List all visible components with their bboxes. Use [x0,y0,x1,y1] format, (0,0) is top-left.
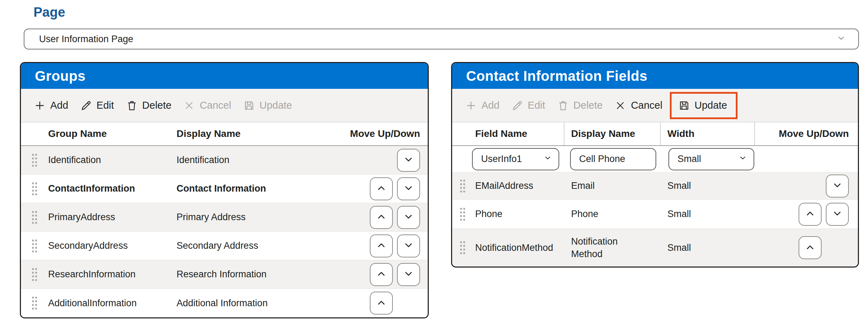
column-header-width: Width [661,122,755,145]
chevron-down-icon [832,208,843,220]
table-row[interactable]: Phone Phone Small [452,200,858,229]
move-down-button[interactable] [826,203,849,226]
column-header-group-name: Group Name [48,122,177,145]
drag-handle-icon[interactable] [31,296,38,310]
drag-handle-icon[interactable] [31,182,38,196]
delete-button[interactable]: Delete [120,94,178,117]
move-up-button[interactable] [370,234,393,257]
width-cell: Small [661,242,755,253]
chevron-down-icon [403,240,414,252]
move-up-button[interactable] [370,263,393,286]
x-icon [614,100,626,111]
move-up-button[interactable] [370,292,393,315]
update-button[interactable]: Update [237,94,298,117]
delete-button[interactable]: Delete [551,94,609,117]
plus-icon [34,100,46,111]
group-name-cell: SecondaryAddress [48,240,177,251]
display-name-cell: Additional Information [177,298,337,309]
page-dropdown[interactable]: User Information Page [24,29,859,49]
table-row[interactable]: EMailAddress Email Small [452,172,858,200]
drag-handle-icon[interactable] [31,239,38,253]
move-up-button[interactable] [370,206,393,229]
chevron-down-icon [403,211,414,223]
width-cell: Small [661,180,755,191]
move-down-button[interactable] [826,175,849,198]
move-up-button[interactable] [799,203,822,226]
drag-handle-icon[interactable] [459,207,466,222]
page-dropdown-value: User Information Page [39,34,133,45]
display-name-cell: Primary Address [177,212,337,223]
drag-handle-icon[interactable] [459,179,466,193]
display-name-input[interactable] [570,148,656,170]
chevron-down-icon [832,180,843,192]
field-name-cell: NotificationMethod [473,242,564,253]
move-up-button[interactable] [370,177,393,200]
width-cell: Small [661,209,755,219]
table-row[interactable]: AdditionalInformation Additional Informa… [21,289,428,317]
table-row[interactable]: ResearchInformation Research Information [21,260,428,289]
move-down-button[interactable] [397,263,420,286]
chevron-up-icon [376,240,387,252]
chevron-up-icon [376,268,387,280]
edit-button[interactable]: Edit [506,94,551,117]
display-name-cell: Phone [564,208,661,220]
column-header-display-name: Display Name [177,122,337,145]
display-name-cell: Research Information [177,269,337,280]
save-icon [243,100,255,111]
display-name-cell: Notification Method [564,235,661,261]
chevron-down-icon [543,153,552,165]
width-select[interactable]: Small [668,148,754,170]
chevron-down-icon [403,154,414,166]
chevron-up-icon [805,208,816,220]
page-title: Page [33,5,65,20]
chevron-up-icon [376,297,387,309]
pencil-icon [80,100,92,111]
update-highlight-box: Update [670,92,738,119]
cancel-button[interactable]: Cancel [177,94,237,117]
table-row[interactable]: SecondaryAddress Secondary Address [21,232,428,260]
move-down-button[interactable] [397,177,420,200]
group-name-cell: PrimaryAddress [48,212,177,223]
fields-table-header: Field Name Display Name Width Move Up/Do… [452,122,858,146]
groups-panel: Groups Add Edit Delete Cancel Update [20,62,429,318]
move-up-button[interactable] [799,236,822,259]
drag-handle-icon[interactable] [459,240,466,255]
chevron-up-icon [376,183,387,195]
table-row[interactable]: NotificationMethod Notification Method S… [452,229,858,267]
move-down-button[interactable] [397,149,420,172]
chevron-down-icon [403,268,414,280]
table-row[interactable]: Identification Identification [21,146,428,175]
add-button[interactable]: Add [28,94,74,117]
trash-icon [557,100,569,111]
x-icon [183,100,195,111]
chevron-down-icon [738,153,747,165]
move-down-button[interactable] [397,234,420,257]
contact-information-fields-panel: Contact Information Fields Add Edit Dele… [451,62,859,268]
drag-handle-icon[interactable] [31,210,38,225]
drag-handle-icon[interactable] [31,153,38,168]
field-name-select[interactable]: UserInfo1 [472,148,559,170]
save-icon [678,100,690,111]
group-name-cell: Identification [48,155,177,165]
table-row[interactable]: PrimaryAddress Primary Address [21,203,428,232]
display-name-cell: Identification [177,155,337,165]
add-button[interactable]: Add [459,94,506,117]
column-header-move: Move Up/Down [755,122,858,145]
groups-table-header: Group Name Display Name Move Up/Down [21,122,428,146]
drag-handle-icon[interactable] [31,267,38,282]
trash-icon [126,100,138,111]
table-row[interactable]: ContactInformation Contact Information [21,175,428,203]
column-header-field-name: Field Name [452,122,564,145]
chevron-up-icon [376,211,387,223]
plus-icon [465,100,477,111]
groups-toolbar: Add Edit Delete Cancel Update [21,89,428,122]
chevron-up-icon [805,242,816,254]
display-name-cell: Secondary Address [177,240,337,251]
cancel-button[interactable]: Cancel [608,94,668,117]
chevron-down-icon [403,183,414,195]
field-name-cell: EMailAddress [473,180,564,191]
update-button[interactable]: Update [672,94,733,117]
group-name-cell: ContactInformation [48,183,177,194]
edit-button[interactable]: Edit [74,94,120,117]
move-down-button[interactable] [397,206,420,229]
